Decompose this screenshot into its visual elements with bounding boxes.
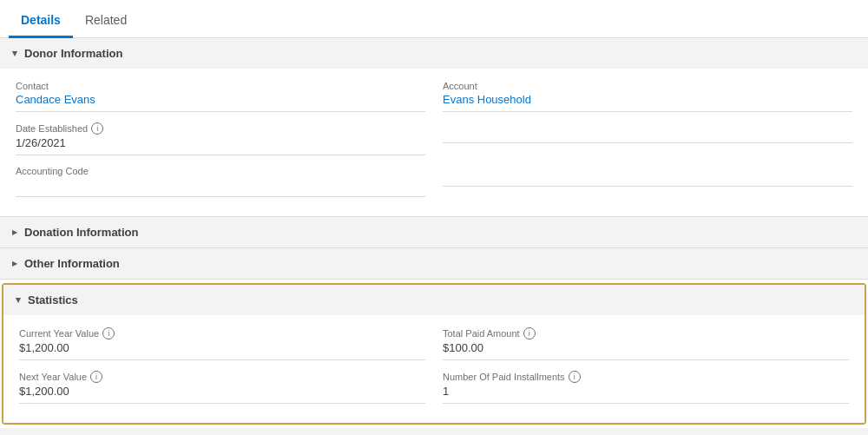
- chevron-down-icon-statistics: ▾: [16, 294, 21, 306]
- section-statistics: ▾ Statistics Current Year Value i $1,200…: [2, 283, 866, 425]
- section-title-statistics: Statistics: [28, 293, 78, 306]
- field-value-next-year-value: $1,200.00: [19, 385, 425, 404]
- donor-row-3: Accounting Code: [16, 166, 852, 197]
- field-current-year-value: Current Year Value i $1,200.00: [19, 327, 425, 360]
- field-empty-2: [443, 166, 852, 197]
- tab-related[interactable]: Related: [73, 4, 139, 38]
- field-label-current-year-value: Current Year Value i: [19, 327, 425, 339]
- field-total-paid-amount: Total Paid Amount i $100.00: [443, 327, 849, 360]
- field-value-total-paid-amount: $100.00: [443, 341, 849, 360]
- field-value-account[interactable]: Evans Household: [443, 93, 852, 112]
- section-content-statistics: Current Year Value i $1,200.00 Total Pai…: [3, 315, 865, 423]
- section-header-system[interactable]: ▸ System Information: [0, 428, 868, 435]
- chevron-right-icon-donation: ▸: [12, 227, 17, 238]
- section-title-donor: Donor Information: [24, 47, 122, 60]
- tab-bar: Details Related: [0, 0, 868, 38]
- field-empty-1: [443, 122, 852, 155]
- field-value-accounting-code: [16, 178, 425, 197]
- field-value-current-year-value: $1,200.00: [19, 341, 425, 360]
- info-icon-paid-installments: i: [569, 371, 581, 383]
- statistics-row-1: Current Year Value i $1,200.00 Total Pai…: [19, 327, 849, 360]
- section-system-information: ▸ System Information: [0, 428, 868, 435]
- field-label-total-paid-amount: Total Paid Amount i: [443, 327, 849, 339]
- section-other-information: ▸ Other Information: [0, 248, 868, 280]
- chevron-down-icon: ▾: [12, 48, 17, 59]
- statistics-row-2: Next Year Value i $1,200.00 Number Of Pa…: [19, 371, 849, 404]
- field-label-contact: Contact: [16, 81, 425, 91]
- section-content-donor: Contact Candace Evans Account Evans Hous…: [0, 69, 868, 216]
- tab-details[interactable]: Details: [9, 4, 73, 38]
- field-label-number-paid-installments: Number Of Paid Installments i: [443, 371, 849, 383]
- info-icon-current-year: i: [102, 327, 115, 339]
- info-icon-total-paid: i: [523, 327, 536, 339]
- field-number-paid-installments: Number Of Paid Installments i 1: [443, 371, 849, 404]
- field-next-year-value: Next Year Value i $1,200.00: [19, 371, 425, 404]
- field-value-contact[interactable]: Candace Evans: [16, 93, 425, 112]
- field-accounting-code: Accounting Code: [16, 166, 425, 197]
- section-donation-information: ▸ Donation Information: [0, 217, 868, 248]
- info-icon-next-year: i: [90, 371, 102, 383]
- section-header-statistics[interactable]: ▾ Statistics: [3, 285, 865, 315]
- field-contact: Contact Candace Evans: [16, 81, 425, 112]
- field-value-date-established: 1/26/2021: [16, 136, 425, 155]
- section-donor-information: ▾ Donor Information Contact Candace Evan…: [0, 38, 868, 217]
- section-title-donation: Donation Information: [24, 226, 138, 239]
- section-header-donor[interactable]: ▾ Donor Information: [0, 38, 868, 69]
- chevron-right-icon-other: ▸: [12, 258, 17, 269]
- field-value-empty-2: [443, 168, 852, 187]
- field-date-established: Date Established i 1/26/2021: [16, 122, 425, 155]
- field-account: Account Evans Household: [443, 81, 852, 112]
- field-value-number-paid-installments: 1: [443, 385, 849, 404]
- section-header-donation[interactable]: ▸ Donation Information: [0, 217, 868, 247]
- info-icon-date-established: i: [91, 122, 103, 135]
- field-label-account: Account: [443, 81, 852, 91]
- section-title-other: Other Information: [24, 257, 120, 270]
- field-value-empty-1: [443, 124, 852, 143]
- field-label-date-established: Date Established i: [16, 122, 425, 135]
- section-header-other[interactable]: ▸ Other Information: [0, 248, 868, 279]
- donor-row-2: Date Established i 1/26/2021: [16, 122, 852, 155]
- field-label-accounting-code: Accounting Code: [16, 166, 425, 176]
- field-label-next-year-value: Next Year Value i: [19, 371, 425, 383]
- donor-row-1: Contact Candace Evans Account Evans Hous…: [16, 81, 852, 112]
- tabs-container: Details Related: [0, 0, 868, 38]
